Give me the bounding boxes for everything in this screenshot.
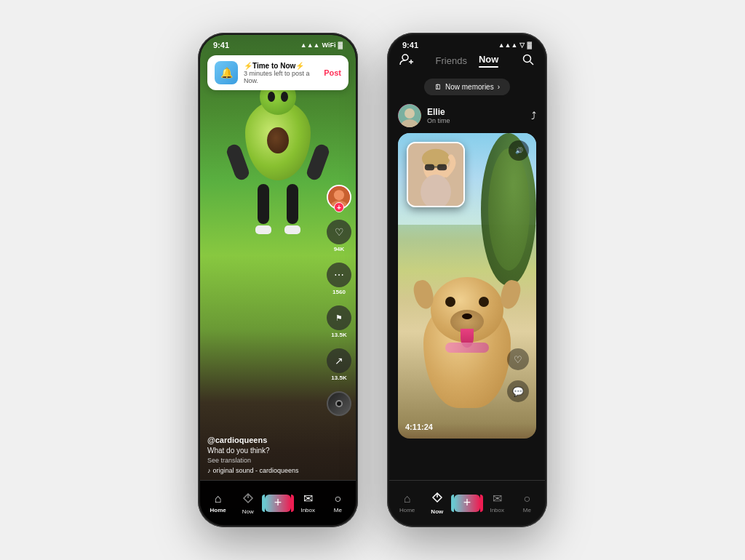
status-icons-1: ▲▲▲ WiFi ▓ xyxy=(300,41,343,49)
nav-add-1[interactable]: + xyxy=(263,495,292,512)
me-icon-1: ○ xyxy=(335,493,342,505)
selfie-photo xyxy=(408,143,463,206)
friends-tab-label: Friends xyxy=(436,55,467,66)
poster-name-wrapper: Ellie On time xyxy=(427,107,450,124)
post-comment-button[interactable]: 💬 xyxy=(507,380,529,402)
home-label-2: Home xyxy=(399,507,415,513)
post-card: Ellie On time ⤴ xyxy=(398,104,536,439)
chevron-right-icon: › xyxy=(498,83,500,91)
home-icon-1: ⌂ xyxy=(215,493,222,505)
inbox-icon-1: ✉ xyxy=(303,493,313,505)
music-disc[interactable] xyxy=(327,391,351,416)
poster-avatar[interactable] xyxy=(398,104,421,127)
svg-point-1 xyxy=(334,190,344,200)
phone-2: 9:41 ▲▲▲ ▽ ▓ Friends Now xyxy=(387,33,547,527)
svg-point-6 xyxy=(405,108,415,119)
bell-icon: 🔔 xyxy=(220,67,233,79)
wifi-icon-2: ▽ xyxy=(519,41,525,49)
battery-icon-2: ▓ xyxy=(527,41,532,49)
nav2-me[interactable]: ○ Me xyxy=(512,493,542,513)
inbox-label-1: Inbox xyxy=(300,507,315,513)
nav2-add[interactable]: + xyxy=(452,495,482,512)
poster-time-label: On time xyxy=(427,117,450,124)
status-bar-1: 9:41 ▲▲▲ WiFi ▓ xyxy=(200,35,356,52)
nav2-now[interactable]: Now xyxy=(422,491,452,515)
poster-info: Ellie On time xyxy=(398,104,450,127)
signal-icon: ▲▲▲ xyxy=(300,41,320,49)
me-icon-2: ○ xyxy=(524,493,531,505)
comment-count: 1560 xyxy=(332,289,346,295)
creator-avatar-item[interactable]: + xyxy=(327,185,351,209)
nav2-home[interactable]: ⌂ Home xyxy=(392,493,422,513)
see-translation-link[interactable]: See translation xyxy=(207,457,319,464)
notif-app-icon: 🔔 xyxy=(215,61,238,84)
now-label-2: Now xyxy=(431,508,443,515)
inbox-label-2: Inbox xyxy=(490,507,504,513)
notification-banner[interactable]: 🔔 ⚡Time to Now⚡ 3 minutes left to post a… xyxy=(207,55,348,90)
phone-1: 9:41 ▲▲▲ WiFi ▓ 🔔 ⚡Time to Now⚡ 3 minute… xyxy=(198,33,358,527)
home-icon-2: ⌂ xyxy=(404,493,411,505)
feed-sound: ♪ original sound - cardioqueens xyxy=(207,467,319,474)
notif-subtitle: 3 minutes left to post a Now. xyxy=(244,70,318,84)
now-icon-2 xyxy=(431,491,444,506)
memories-button[interactable]: 🗓 Now memories › xyxy=(424,79,510,95)
feed-username[interactable]: @cardioqueens xyxy=(207,436,319,444)
svg-point-4 xyxy=(524,55,531,62)
svg-point-3 xyxy=(402,55,408,60)
home-label-1: Home xyxy=(210,507,226,513)
sound-icon[interactable]: 🔊 xyxy=(509,140,529,161)
follow-plus-badge: + xyxy=(334,202,344,212)
wifi-icon: WiFi xyxy=(322,41,336,49)
me-label-1: Me xyxy=(334,507,342,513)
poster-name: Ellie xyxy=(427,107,450,117)
battery-icon: ▓ xyxy=(338,41,343,49)
notif-post-button[interactable]: Post xyxy=(324,68,341,77)
calendar-icon: 🗓 xyxy=(434,83,442,91)
inbox-icon-2: ✉ xyxy=(493,493,502,505)
post-share-icon[interactable]: ⤴ xyxy=(531,110,536,121)
comment-button[interactable]: ⋯ 1560 xyxy=(327,263,351,295)
nav2-inbox[interactable]: ✉ Inbox xyxy=(482,493,512,513)
nav-me-1[interactable]: ○ Me xyxy=(323,493,353,513)
feed-description: What do you think? xyxy=(207,447,319,455)
memories-label: Now memories xyxy=(445,83,494,91)
like-button[interactable]: ♡ 94K xyxy=(327,220,351,252)
now-tab-label: Now xyxy=(479,54,498,65)
add-friend-icon[interactable] xyxy=(399,52,414,70)
search-icon-2[interactable] xyxy=(522,53,535,69)
bookmark-button[interactable]: ⚑ 13.5K xyxy=(327,305,351,338)
status-time-1: 9:41 xyxy=(213,41,229,49)
now-tab[interactable]: Now xyxy=(479,54,498,68)
bookmark-count: 13.5K xyxy=(331,332,346,338)
now-header: Friends Now xyxy=(389,54,545,68)
svg-rect-13 xyxy=(437,164,447,171)
post-like-button[interactable]: ♡ xyxy=(507,348,529,370)
add-button-1[interactable]: + xyxy=(265,495,291,512)
now-label-1: Now xyxy=(242,508,254,515)
notif-content: ⚡Time to Now⚡ 3 minutes left to post a N… xyxy=(244,62,318,84)
tab-active-indicator xyxy=(479,66,498,68)
selfie-overlay xyxy=(407,142,465,207)
bottom-nav-2: ⌂ Home Now + ✉ Inbox ○ Me xyxy=(389,480,545,525)
post-timer: 4:11:24 xyxy=(405,423,433,431)
like-count: 94K xyxy=(334,246,345,252)
signal-icon-2: ▲▲▲ xyxy=(498,41,518,49)
nav-inbox-1[interactable]: ✉ Inbox xyxy=(293,493,323,513)
post-header: Ellie On time ⤴ xyxy=(398,104,536,127)
notif-title: ⚡Time to Now⚡ xyxy=(244,62,318,70)
friends-tab[interactable]: Friends xyxy=(436,55,467,66)
status-bar-2: 9:41 ▲▲▲ ▽ ▓ xyxy=(389,35,545,52)
status-icons-2: ▲▲▲ ▽ ▓ xyxy=(498,41,532,49)
music-note-icon: ♪ xyxy=(207,467,211,474)
speaker-icon: 🔊 xyxy=(515,147,523,154)
post-image[interactable]: 🔊 4:11:24 ♡ 💬 xyxy=(398,133,536,439)
now-icon-1 xyxy=(242,492,255,506)
feed-info-panel: @cardioqueens What do you think? See tra… xyxy=(207,436,319,474)
share-button[interactable]: ↗ 13.5K xyxy=(327,348,351,381)
header-tabs: Friends Now xyxy=(436,54,499,68)
nav-now-1[interactable]: Now xyxy=(233,492,263,515)
add-button-2[interactable]: + xyxy=(454,495,480,512)
svg-rect-12 xyxy=(425,164,434,171)
nav-home-1[interactable]: ⌂ Home xyxy=(203,493,233,513)
me-label-2: Me xyxy=(523,507,531,513)
